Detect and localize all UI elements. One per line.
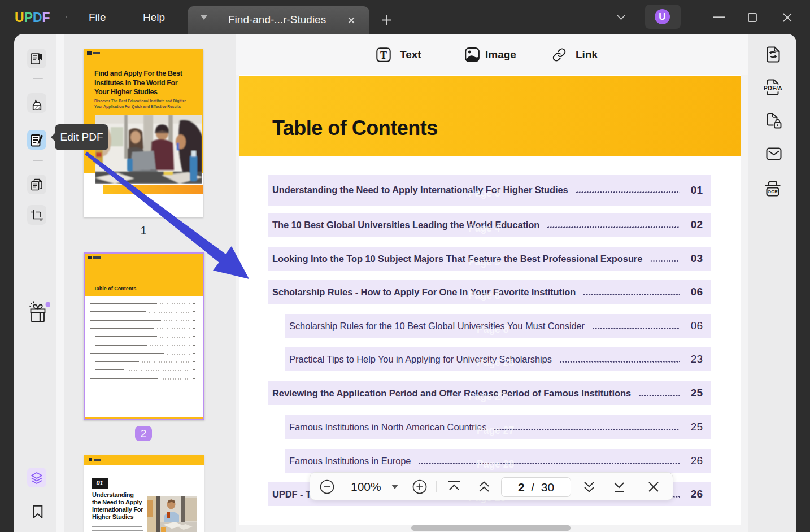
svg-text:OCR: OCR	[768, 189, 778, 194]
svg-text:T: T	[380, 50, 387, 61]
svg-text:PDF/A: PDF/A	[764, 85, 782, 91]
